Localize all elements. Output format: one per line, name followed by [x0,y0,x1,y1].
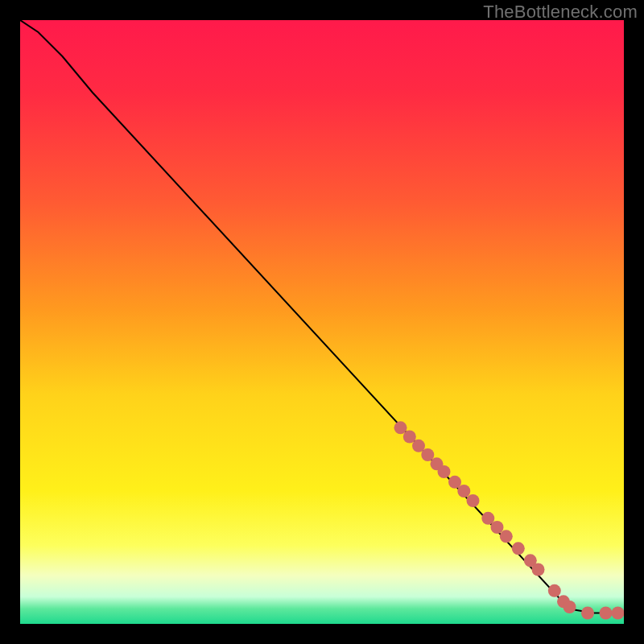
data-marker [512,542,525,555]
data-marker [548,584,561,597]
data-marker [457,485,470,497]
chart-svg [20,20,624,624]
data-marker [438,465,451,478]
data-marker [491,521,504,534]
watermark-text: TheBottleneck.com [483,2,638,23]
data-marker [564,601,576,613]
gradient-background [20,20,624,624]
data-marker [467,494,480,507]
data-marker [600,607,613,620]
plot-area [20,20,624,624]
data-marker [500,530,513,543]
data-marker [612,607,625,620]
data-marker [532,564,545,576]
chart-frame: TheBottleneck.com [0,0,644,644]
data-marker [581,607,594,620]
